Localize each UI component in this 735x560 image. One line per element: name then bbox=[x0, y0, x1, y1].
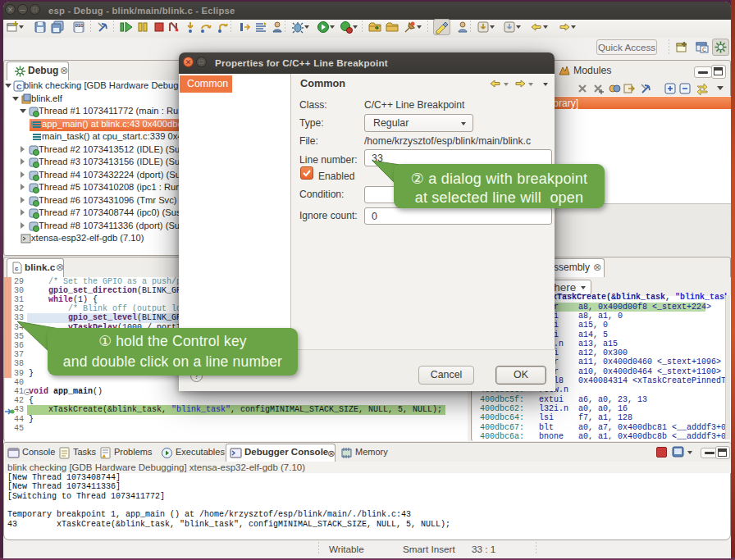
svg-text:010: 010 bbox=[75, 23, 84, 28]
svg-text:C: C bbox=[16, 83, 22, 91]
svg-text:c: c bbox=[15, 265, 19, 272]
svg-text:C: C bbox=[702, 47, 706, 52]
